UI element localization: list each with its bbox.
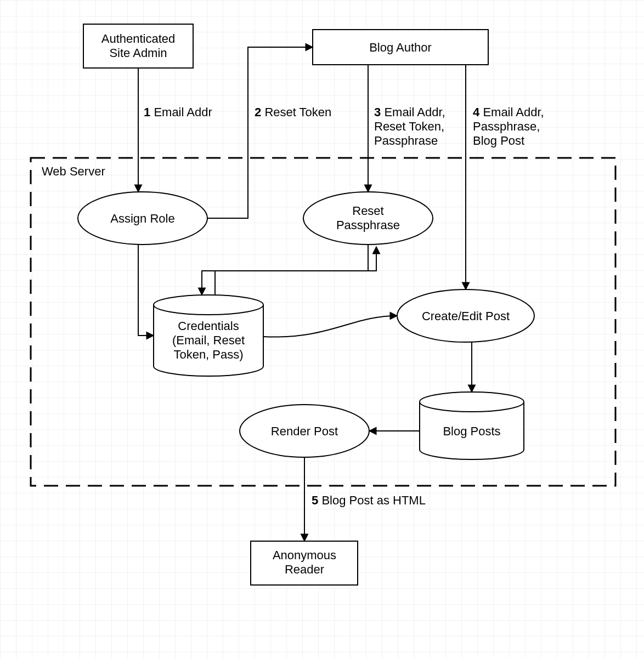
svg-point-0 — [154, 295, 263, 315]
flow-assign-to-credentials — [138, 245, 154, 336]
actor-reader-line2: Reader — [285, 563, 324, 576]
flow-1-label: 1 Email Addr — [144, 105, 212, 119]
actor-author-line1: Blog Author — [369, 41, 432, 54]
flow-4-label-l1: 4 Email Addr, — [473, 105, 544, 119]
actor-admin-line1: Authenticated — [101, 32, 176, 46]
actor-admin-line2: Site Admin — [109, 46, 167, 60]
store-blog-posts-label: Blog Posts — [443, 424, 500, 438]
flow-2 — [207, 47, 313, 218]
process-create-edit-label: Create/Edit Post — [422, 309, 510, 323]
process-reset-pass-line2: Passphrase — [336, 218, 400, 232]
flow-3-label-l3: Passphrase — [374, 134, 438, 147]
store-credentials-line3: Token, Pass) — [173, 348, 243, 361]
flow-4-label-l3: Blog Post — [473, 134, 524, 147]
flow-reset-to-credentials — [202, 245, 368, 295]
store-credentials-line2: (Email, Reset — [172, 333, 245, 347]
flow-2-label: 2 Reset Token — [255, 105, 331, 119]
store-credentials-line1: Credentials — [178, 319, 239, 333]
actor-reader-line1: Anonymous — [273, 548, 336, 562]
svg-point-1 — [420, 392, 524, 412]
process-reset-pass-line1: Reset — [352, 204, 383, 218]
flow-3-label-l2: Reset Token, — [374, 120, 444, 133]
trust-boundary-label: Web Server — [42, 164, 105, 178]
process-assign-role-label: Assign Role — [110, 212, 174, 225]
flow-4-label-l2: Passphrase, — [473, 120, 540, 133]
flow-5-label: 5 Blog Post as HTML — [312, 493, 426, 507]
flow-credentials-to-createedit — [263, 316, 397, 337]
flow-credentials-to-reset — [215, 247, 376, 295]
process-render-post-label: Render Post — [271, 424, 338, 438]
flow-3-label-l1: 3 Email Addr, — [374, 105, 445, 119]
